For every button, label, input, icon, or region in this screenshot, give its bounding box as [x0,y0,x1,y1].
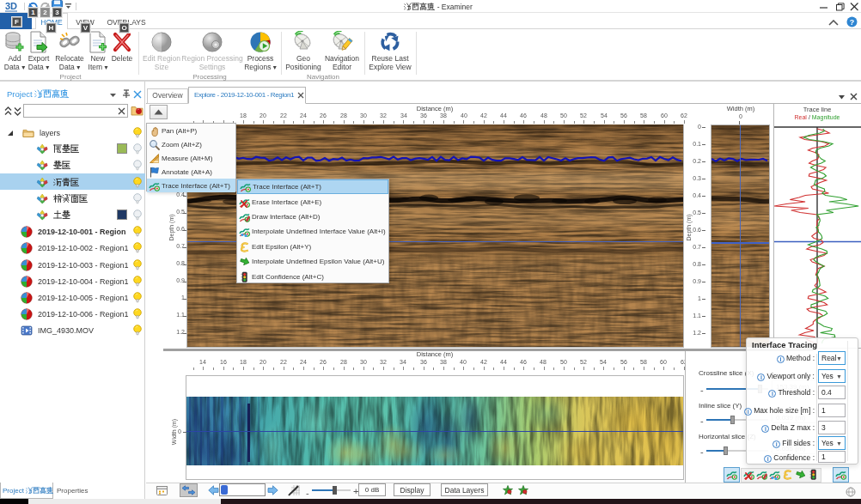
svg-text:?: ? [850,18,855,27]
svg-text:Depth (m): Depth (m) [686,214,693,240]
svg-text:3D: 3D [5,1,17,11]
